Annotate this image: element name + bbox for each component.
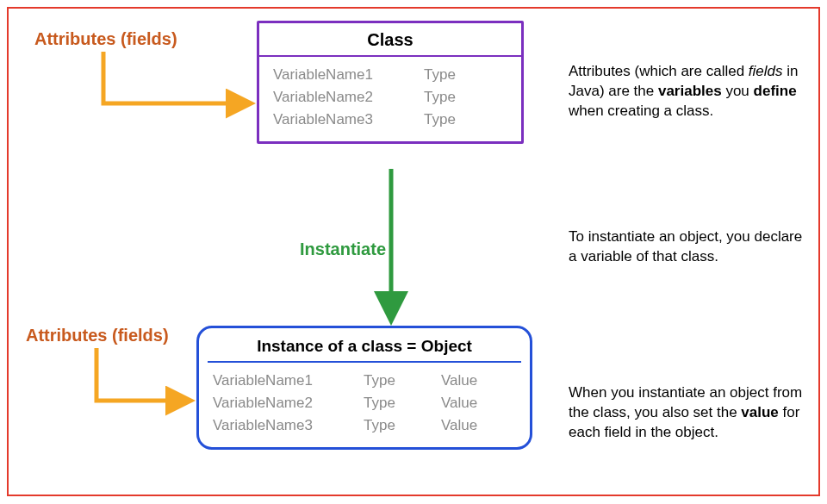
description-object: When you instantiate an object from the … (569, 383, 810, 443)
field-name: VariableName2 (273, 89, 398, 106)
object-row: VariableName3 Type Value (213, 414, 516, 437)
object-box-title: Instance of a class = Object (199, 328, 530, 361)
object-row: VariableName2 Type Value (213, 392, 516, 414)
object-box: Instance of a class = Object VariableNam… (196, 326, 532, 450)
description-attributes: Attributes (which are called fields in J… (569, 62, 810, 121)
field-value: Value (441, 417, 493, 434)
class-box-title: Class (259, 23, 521, 55)
text: you (722, 83, 754, 99)
field-type: Type (424, 66, 476, 84)
class-row: VariableName1 Type (273, 64, 507, 86)
field-type: Type (364, 372, 415, 389)
class-box-rows: VariableName1 Type VariableName2 Type Va… (259, 59, 521, 141)
class-row: VariableName3 Type (273, 109, 507, 131)
class-row: VariableName2 Type (273, 86, 507, 109)
attributes-label-bottom: Attributes (fields) (26, 326, 169, 345)
field-name: VariableName3 (273, 111, 398, 128)
object-row: VariableName1 Type Value (213, 370, 516, 392)
field-value: Value (441, 372, 493, 389)
instantiate-label: Instantiate (300, 240, 386, 259)
text-italic: fields (749, 63, 783, 79)
field-name: VariableName1 (273, 66, 398, 84)
attributes-label-top: Attributes (fields) (34, 29, 177, 49)
class-box: Class VariableName1 Type VariableName2 T… (257, 21, 524, 144)
field-name: VariableName3 (213, 417, 338, 434)
text-bold: variables (658, 83, 722, 99)
field-name: VariableName2 (213, 395, 338, 412)
text: Attributes (which are called (569, 63, 749, 79)
field-type: Type (364, 417, 415, 434)
field-type: Type (424, 89, 476, 106)
text-bold: value (741, 404, 778, 420)
description-instantiate: To instantiate an object, you declare a … (569, 227, 810, 267)
field-type: Type (424, 111, 476, 128)
object-box-separator (208, 361, 521, 363)
field-value: Value (441, 395, 493, 412)
diagram-canvas: Attributes (fields) Attributes (fields) … (0, 0, 827, 504)
object-box-rows: VariableName1 Type Value VariableName2 T… (199, 364, 530, 447)
field-type: Type (364, 395, 415, 412)
text: when creating a class. (569, 103, 713, 119)
text-bold: define (754, 83, 797, 99)
field-name: VariableName1 (213, 372, 338, 389)
class-box-separator (259, 55, 521, 57)
